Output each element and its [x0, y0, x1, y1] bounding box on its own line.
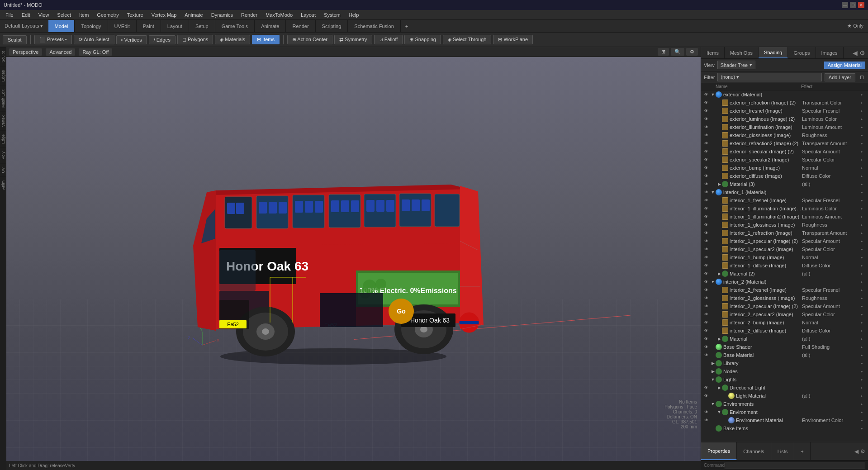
tree-item[interactable]: 👁 interior_1_glossiness (Image)Roughness… — [701, 221, 868, 229]
tab-topology[interactable]: Topology — [75, 20, 108, 32]
tree-item[interactable]: 👁 exterior_bump (Image)Normal▸ — [701, 164, 868, 172]
prop-tab-properties[interactable]: Properties — [701, 442, 737, 460]
tree-item[interactable]: 👁▼interior_1 (Material)▸ — [701, 188, 868, 196]
tree-arrow[interactable] — [716, 116, 722, 122]
tree-arrow[interactable] — [716, 165, 722, 171]
eye-icon[interactable]: 👁 — [703, 254, 709, 261]
vertices-button[interactable]: • Vertices — [116, 35, 147, 44]
tree-arrow[interactable] — [716, 214, 722, 220]
eye-icon[interactable]: 👁 — [703, 303, 709, 309]
tree-item[interactable]: 👁 interior_2_fresnel (Image)Specular Fre… — [701, 286, 868, 294]
tree-item[interactable]: 👁 interior_1_diffuse (Image)Diffuse Colo… — [701, 261, 868, 270]
tree-arrow[interactable]: ▼ — [710, 279, 716, 285]
tree-item[interactable]: 👁 exterior_refraction (Image) (2)Transpa… — [701, 99, 868, 107]
workplane-button[interactable]: ⊟ WorkPlane — [493, 35, 533, 44]
polygons-button[interactable]: ◻ Polygons — [177, 35, 213, 44]
items-button[interactable]: ⊞ Items — [252, 35, 280, 44]
tree-item[interactable]: 👁 Light Material(all)▸ — [701, 392, 868, 400]
tree-arrow[interactable] — [716, 108, 722, 114]
eye-icon[interactable]: 👁 — [703, 344, 709, 350]
tree-arrow[interactable] — [716, 238, 722, 244]
eye-icon[interactable]: 👁 — [703, 336, 709, 342]
viewport-canvas[interactable]: 100% Electric. 0%Emissions Honor Oak 63 — [6, 57, 701, 461]
tree-arrow[interactable] — [716, 328, 722, 334]
menu-file[interactable]: File — [2, 11, 17, 19]
tree-arrow[interactable]: ▶ — [710, 360, 716, 366]
action-center-button[interactable]: ⊕ Action Center — [287, 35, 332, 44]
menu-geometry[interactable]: Geometry — [93, 11, 122, 19]
tree-item[interactable]: 👁▶Material (2)(all)▸ — [701, 270, 868, 278]
expand-button[interactable]: ◻ — [858, 74, 865, 81]
tree-item[interactable]: 👁 interior_2_glossiness (Image)Roughness… — [701, 294, 868, 302]
tree-item[interactable]: 👁 interior_2_specular (Image) (2)Specula… — [701, 302, 868, 310]
tree-arrow[interactable] — [723, 393, 728, 399]
eye-icon[interactable]: 👁 — [703, 124, 709, 130]
menu-edit[interactable]: Edit — [18, 11, 34, 19]
tree-item[interactable]: 👁 exterior_diffuse (Image)Diffuse Color▸ — [701, 172, 868, 180]
tree-item[interactable]: 👁 exterior_glossiness (Image)Roughness▸ — [701, 131, 868, 139]
tree-arrow[interactable] — [716, 173, 722, 179]
eye-icon[interactable] — [703, 425, 709, 432]
prop-tab-lists[interactable]: Lists — [771, 442, 795, 460]
vert-tab-edge[interactable]: Edge — [0, 130, 6, 147]
presets-button[interactable]: ⬛ Presets ▪ — [34, 35, 72, 44]
command-input[interactable] — [725, 462, 865, 469]
eye-icon[interactable]: 👁 — [703, 287, 709, 293]
rpanel-settings[interactable]: ⚙ — [859, 49, 865, 57]
rpanel-minimize[interactable]: ◀ — [853, 49, 858, 57]
menu-item[interactable]: Item — [76, 11, 92, 19]
menu-select[interactable]: Select — [53, 11, 75, 19]
eye-icon[interactable]: 👁 — [703, 197, 709, 204]
tab-layout[interactable]: Layout — [161, 20, 189, 32]
tree-arrow[interactable]: ▶ — [716, 385, 722, 391]
eye-icon[interactable]: 👁 — [703, 230, 709, 236]
tree-item[interactable]: 👁 interior_1_illumination2 (Image)Lumino… — [701, 213, 868, 221]
tree-arrow[interactable]: ▶ — [716, 271, 722, 277]
eye-icon[interactable]: 👁 — [703, 214, 709, 220]
tree-arrow[interactable] — [716, 205, 722, 212]
menu-dynamics[interactable]: Dynamics — [208, 11, 237, 19]
assign-material-button[interactable]: Assign Material — [824, 62, 865, 69]
eye-icon[interactable]: 👁 — [703, 181, 709, 187]
snapping-button[interactable]: ⊞ Snapping — [404, 35, 441, 44]
edges-button[interactable]: / Edges — [149, 35, 175, 44]
eye-icon[interactable]: 👁 — [703, 205, 709, 212]
tree-arrow[interactable] — [716, 100, 722, 106]
tree-arrow[interactable] — [710, 425, 716, 432]
tree-arrow[interactable] — [723, 417, 728, 423]
eye-icon[interactable]: 👁 — [703, 271, 709, 277]
eye-icon[interactable]: 👁 — [703, 148, 709, 155]
viewport-zoom-button[interactable]: 🔍 — [671, 48, 684, 56]
tab-scripting[interactable]: Scripting — [316, 20, 348, 32]
eye-icon[interactable]: 👁 — [703, 140, 709, 147]
eye-icon[interactable] — [703, 368, 709, 375]
eye-icon[interactable]: 👁 — [703, 409, 709, 415]
tree-arrow[interactable] — [716, 230, 722, 236]
eye-icon[interactable]: 👁 — [703, 246, 709, 252]
eye-icon[interactable] — [703, 376, 709, 383]
tree-item[interactable]: 👁 interior_1_specular (Image) (2)Specula… — [701, 237, 868, 245]
tree-item[interactable]: ▶Library▸ — [701, 359, 868, 367]
tree-item[interactable]: 👁▼interior_2 (Material)▸ — [701, 278, 868, 286]
tree-arrow[interactable] — [716, 311, 722, 318]
tree-item[interactable]: 👁▶Material (3)(all)▸ — [701, 180, 868, 188]
tree-item[interactable]: 👁 interior_1_illumination (Image) (2)Lum… — [701, 204, 868, 213]
tree-item[interactable]: 👁 interior_1_bump (Image)Normal▸ — [701, 253, 868, 261]
vert-tab-poly[interactable]: Poly — [0, 147, 6, 163]
vert-tab-edges[interactable]: Edges — [0, 66, 6, 85]
menu-animate[interactable]: Animate — [181, 11, 206, 19]
tree-item[interactable]: 👁 interior_1_specular2 (Image)Specular C… — [701, 245, 868, 253]
tree-item[interactable]: ▶Nodes▸ — [701, 367, 868, 375]
eye-icon[interactable]: 👁 — [703, 262, 709, 269]
eye-icon[interactable]: 👁 — [703, 165, 709, 171]
eye-icon[interactable]: 👁 — [703, 116, 709, 122]
tree-arrow[interactable]: ▼ — [710, 91, 716, 98]
menu-layout[interactable]: Layout — [297, 11, 319, 19]
menu-render[interactable]: Render — [237, 11, 261, 19]
eye-icon[interactable]: 👁 — [703, 222, 709, 228]
tree-item[interactable]: 👁 exterior_specular2 (Image)Specular Col… — [701, 156, 868, 164]
tab-setup[interactable]: Setup — [189, 20, 215, 32]
auto-select-button[interactable]: ⟳ Auto Select — [74, 35, 114, 44]
tree-arrow[interactable] — [716, 287, 722, 293]
tab-paint[interactable]: Paint — [137, 20, 161, 32]
